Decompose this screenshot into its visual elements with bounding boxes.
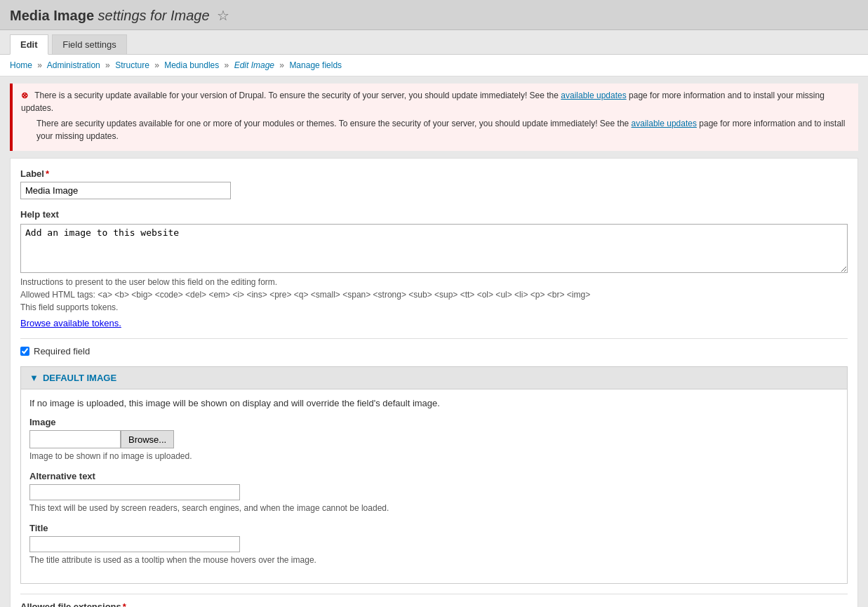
help-instructions-line3: This field supports tokens. <box>20 301 848 314</box>
breadcrumb-edit-image[interactable]: Edit Image <box>234 60 274 70</box>
tab-edit[interactable]: Edit <box>10 34 48 55</box>
breadcrumb-media-bundles[interactable]: Media bundles <box>164 60 219 70</box>
breadcrumb-home[interactable]: Home <box>10 60 32 70</box>
default-image-section: ▼ DEFAULT IMAGE If no image is uploaded,… <box>20 366 848 584</box>
alert-2: There are security updates available for… <box>21 117 850 142</box>
image-upload-row: Browse... <box>29 430 839 448</box>
breadcrumb-administration[interactable]: Administration <box>47 60 100 70</box>
help-text-input[interactable]: Add an image to this website <box>20 224 848 273</box>
title-input[interactable] <box>29 536 240 552</box>
title-note: The title attribute is used as a tooltip… <box>29 555 839 565</box>
alt-text-label: Alternative text <box>29 471 839 481</box>
browse-tokens-link[interactable]: Browse available tokens. <box>20 318 121 328</box>
breadcrumb-structure[interactable]: Structure <box>115 60 149 70</box>
alert-2-link[interactable]: available updates <box>632 119 697 128</box>
label-input[interactable] <box>20 182 231 199</box>
image-upload-note: Image to be shown if no image is uploade… <box>29 451 839 461</box>
alt-text-group: Alternative text This text will be used … <box>29 471 839 513</box>
breadcrumb: Home » Administration » Structure » Medi… <box>0 55 868 76</box>
alert-1: ⊗ There is a security update available f… <box>21 89 850 114</box>
breadcrumb-manage-fields[interactable]: Manage fields <box>289 60 342 70</box>
collapse-arrow-icon: ▼ <box>29 373 39 383</box>
page-header: Media Image settings for Image ☆ Edit Fi… <box>0 0 868 55</box>
help-instructions-line1: Instructions to present to the user belo… <box>20 276 848 288</box>
label-group: Label* <box>20 168 848 199</box>
help-text-label: Help text <box>20 209 848 220</box>
alt-text-input[interactable] <box>29 484 240 500</box>
image-upload-label: Image <box>29 417 839 427</box>
image-file-input[interactable] <box>29 430 121 448</box>
favorite-icon[interactable]: ☆ <box>217 8 229 23</box>
alt-text-note: This text will be used by screen readers… <box>29 503 839 513</box>
allowed-extensions-label: Allowed file extensions* <box>20 601 848 607</box>
required-field-label: Required field <box>34 346 90 356</box>
title-label: Title <box>29 523 839 533</box>
default-image-title: DEFAULT IMAGE <box>43 373 116 383</box>
alert-1-link[interactable]: available updates <box>561 91 626 100</box>
browse-button[interactable]: Browse... <box>121 430 174 448</box>
help-instructions-line2: Allowed HTML tags: <a> <b> <big> <code> … <box>20 288 848 301</box>
default-image-header[interactable]: ▼ DEFAULT IMAGE <box>21 367 847 389</box>
default-image-desc: If no image is uploaded, this image will… <box>29 398 839 408</box>
image-upload-group: Image Browse... Image to be shown if no … <box>29 417 839 461</box>
help-text-group: Help text Add an image to this website I… <box>20 209 848 328</box>
tab-field-settings[interactable]: Field settings <box>52 34 127 54</box>
tabs-bar: Edit Field settings <box>0 30 868 55</box>
title-group: Title The title attribute is used as a t… <box>29 523 839 565</box>
security-alerts: ⊗ There is a security update available f… <box>10 84 858 151</box>
default-image-body: If no image is uploaded, this image will… <box>21 389 847 583</box>
page-title: Media Image settings for Image ☆ <box>10 7 858 24</box>
main-form: Label* Help text Add an image to this we… <box>10 158 858 607</box>
allowed-extensions-group: Allowed file extensions* Separate extens… <box>20 601 848 607</box>
required-field-checkbox[interactable] <box>20 347 29 356</box>
label-field-label: Label* <box>20 168 848 179</box>
required-field-row: Required field <box>20 346 848 356</box>
